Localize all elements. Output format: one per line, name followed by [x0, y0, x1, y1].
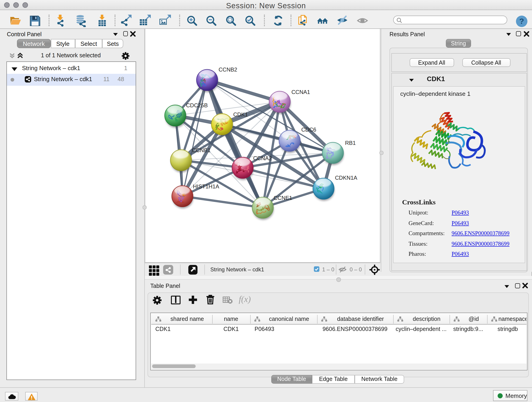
svg-text:RB1: RB1 [345, 140, 356, 146]
svg-text:CDC6: CDC6 [301, 127, 316, 133]
svg-text:CCNB1: CCNB1 [192, 147, 210, 153]
svg-text:CDC25B: CDC25B [186, 102, 208, 108]
svg-text:CDK1: CDK1 [233, 111, 248, 118]
svg-text:CDKN1A: CDKN1A [335, 175, 357, 181]
svg-text:CCNA1: CCNA1 [291, 89, 310, 95]
svg-text:HIST1H1A: HIST1H1A [193, 183, 219, 190]
svg-text:CCNB2: CCNB2 [219, 66, 237, 73]
svg-text:CCNE1: CCNE1 [273, 195, 292, 201]
svg-text:CCNA2: CCNA2 [253, 155, 272, 161]
